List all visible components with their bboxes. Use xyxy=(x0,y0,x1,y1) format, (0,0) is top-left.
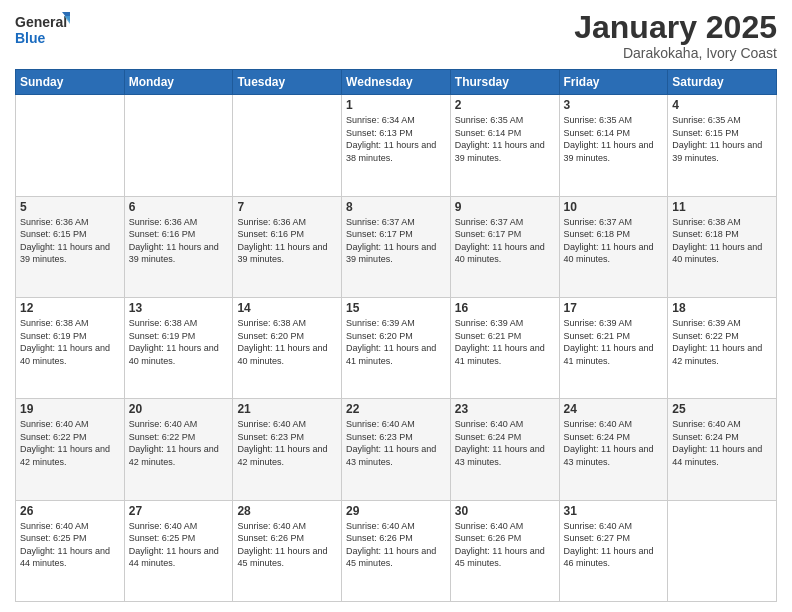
calendar-cell: 24Sunrise: 6:40 AM Sunset: 6:24 PM Dayli… xyxy=(559,399,668,500)
day-info: Sunrise: 6:40 AM Sunset: 6:26 PM Dayligh… xyxy=(346,520,446,570)
day-number: 18 xyxy=(672,301,772,315)
calendar-cell: 17Sunrise: 6:39 AM Sunset: 6:21 PM Dayli… xyxy=(559,297,668,398)
day-number: 12 xyxy=(20,301,120,315)
day-number: 11 xyxy=(672,200,772,214)
calendar-cell: 30Sunrise: 6:40 AM Sunset: 6:26 PM Dayli… xyxy=(450,500,559,601)
day-info: Sunrise: 6:36 AM Sunset: 6:16 PM Dayligh… xyxy=(129,216,229,266)
day-info: Sunrise: 6:40 AM Sunset: 6:22 PM Dayligh… xyxy=(129,418,229,468)
day-number: 28 xyxy=(237,504,337,518)
day-info: Sunrise: 6:40 AM Sunset: 6:24 PM Dayligh… xyxy=(455,418,555,468)
calendar-cell xyxy=(124,95,233,196)
day-info: Sunrise: 6:40 AM Sunset: 6:26 PM Dayligh… xyxy=(455,520,555,570)
day-number: 13 xyxy=(129,301,229,315)
day-number: 10 xyxy=(564,200,664,214)
calendar-cell: 1Sunrise: 6:34 AM Sunset: 6:13 PM Daylig… xyxy=(342,95,451,196)
calendar-cell xyxy=(233,95,342,196)
day-info: Sunrise: 6:35 AM Sunset: 6:14 PM Dayligh… xyxy=(455,114,555,164)
calendar-cell: 11Sunrise: 6:38 AM Sunset: 6:18 PM Dayli… xyxy=(668,196,777,297)
day-number: 30 xyxy=(455,504,555,518)
location: Darakokaha, Ivory Coast xyxy=(574,45,777,61)
calendar-cell: 23Sunrise: 6:40 AM Sunset: 6:24 PM Dayli… xyxy=(450,399,559,500)
calendar-cell xyxy=(668,500,777,601)
calendar-table: SundayMondayTuesdayWednesdayThursdayFrid… xyxy=(15,69,777,602)
calendar-cell: 15Sunrise: 6:39 AM Sunset: 6:20 PM Dayli… xyxy=(342,297,451,398)
day-number: 31 xyxy=(564,504,664,518)
calendar-cell: 29Sunrise: 6:40 AM Sunset: 6:26 PM Dayli… xyxy=(342,500,451,601)
day-number: 5 xyxy=(20,200,120,214)
header-tuesday: Tuesday xyxy=(233,70,342,95)
day-number: 29 xyxy=(346,504,446,518)
calendar-cell: 3Sunrise: 6:35 AM Sunset: 6:14 PM Daylig… xyxy=(559,95,668,196)
header-wednesday: Wednesday xyxy=(342,70,451,95)
day-info: Sunrise: 6:36 AM Sunset: 6:16 PM Dayligh… xyxy=(237,216,337,266)
day-number: 3 xyxy=(564,98,664,112)
header-sunday: Sunday xyxy=(16,70,125,95)
logo: General Blue xyxy=(15,10,70,48)
week-row-2: 12Sunrise: 6:38 AM Sunset: 6:19 PM Dayli… xyxy=(16,297,777,398)
calendar-cell: 28Sunrise: 6:40 AM Sunset: 6:26 PM Dayli… xyxy=(233,500,342,601)
title-block: January 2025 Darakokaha, Ivory Coast xyxy=(574,10,777,61)
day-info: Sunrise: 6:40 AM Sunset: 6:26 PM Dayligh… xyxy=(237,520,337,570)
day-info: Sunrise: 6:37 AM Sunset: 6:17 PM Dayligh… xyxy=(346,216,446,266)
day-info: Sunrise: 6:38 AM Sunset: 6:19 PM Dayligh… xyxy=(129,317,229,367)
calendar-cell: 6Sunrise: 6:36 AM Sunset: 6:16 PM Daylig… xyxy=(124,196,233,297)
day-info: Sunrise: 6:38 AM Sunset: 6:19 PM Dayligh… xyxy=(20,317,120,367)
week-row-1: 5Sunrise: 6:36 AM Sunset: 6:15 PM Daylig… xyxy=(16,196,777,297)
day-info: Sunrise: 6:40 AM Sunset: 6:27 PM Dayligh… xyxy=(564,520,664,570)
day-info: Sunrise: 6:37 AM Sunset: 6:18 PM Dayligh… xyxy=(564,216,664,266)
day-info: Sunrise: 6:35 AM Sunset: 6:14 PM Dayligh… xyxy=(564,114,664,164)
calendar-header-row: SundayMondayTuesdayWednesdayThursdayFrid… xyxy=(16,70,777,95)
day-info: Sunrise: 6:39 AM Sunset: 6:21 PM Dayligh… xyxy=(455,317,555,367)
day-info: Sunrise: 6:40 AM Sunset: 6:22 PM Dayligh… xyxy=(20,418,120,468)
calendar-cell: 4Sunrise: 6:35 AM Sunset: 6:15 PM Daylig… xyxy=(668,95,777,196)
day-info: Sunrise: 6:40 AM Sunset: 6:25 PM Dayligh… xyxy=(129,520,229,570)
day-info: Sunrise: 6:39 AM Sunset: 6:21 PM Dayligh… xyxy=(564,317,664,367)
day-info: Sunrise: 6:40 AM Sunset: 6:25 PM Dayligh… xyxy=(20,520,120,570)
day-info: Sunrise: 6:34 AM Sunset: 6:13 PM Dayligh… xyxy=(346,114,446,164)
calendar-cell: 25Sunrise: 6:40 AM Sunset: 6:24 PM Dayli… xyxy=(668,399,777,500)
calendar-cell: 14Sunrise: 6:38 AM Sunset: 6:20 PM Dayli… xyxy=(233,297,342,398)
day-number: 26 xyxy=(20,504,120,518)
day-info: Sunrise: 6:39 AM Sunset: 6:22 PM Dayligh… xyxy=(672,317,772,367)
calendar-cell: 5Sunrise: 6:36 AM Sunset: 6:15 PM Daylig… xyxy=(16,196,125,297)
calendar-cell: 18Sunrise: 6:39 AM Sunset: 6:22 PM Dayli… xyxy=(668,297,777,398)
calendar-cell: 21Sunrise: 6:40 AM Sunset: 6:23 PM Dayli… xyxy=(233,399,342,500)
calendar-cell: 7Sunrise: 6:36 AM Sunset: 6:16 PM Daylig… xyxy=(233,196,342,297)
header-thursday: Thursday xyxy=(450,70,559,95)
day-number: 14 xyxy=(237,301,337,315)
day-number: 19 xyxy=(20,402,120,416)
day-info: Sunrise: 6:40 AM Sunset: 6:23 PM Dayligh… xyxy=(346,418,446,468)
day-info: Sunrise: 6:38 AM Sunset: 6:18 PM Dayligh… xyxy=(672,216,772,266)
calendar-cell: 12Sunrise: 6:38 AM Sunset: 6:19 PM Dayli… xyxy=(16,297,125,398)
day-number: 20 xyxy=(129,402,229,416)
day-number: 24 xyxy=(564,402,664,416)
calendar-cell: 2Sunrise: 6:35 AM Sunset: 6:14 PM Daylig… xyxy=(450,95,559,196)
day-number: 17 xyxy=(564,301,664,315)
day-number: 21 xyxy=(237,402,337,416)
day-info: Sunrise: 6:38 AM Sunset: 6:20 PM Dayligh… xyxy=(237,317,337,367)
calendar-cell: 16Sunrise: 6:39 AM Sunset: 6:21 PM Dayli… xyxy=(450,297,559,398)
day-info: Sunrise: 6:40 AM Sunset: 6:23 PM Dayligh… xyxy=(237,418,337,468)
day-info: Sunrise: 6:40 AM Sunset: 6:24 PM Dayligh… xyxy=(672,418,772,468)
page: General Blue January 2025 Darakokaha, Iv… xyxy=(0,0,792,612)
day-number: 8 xyxy=(346,200,446,214)
day-number: 2 xyxy=(455,98,555,112)
header-saturday: Saturday xyxy=(668,70,777,95)
day-number: 27 xyxy=(129,504,229,518)
header-monday: Monday xyxy=(124,70,233,95)
calendar-cell: 27Sunrise: 6:40 AM Sunset: 6:25 PM Dayli… xyxy=(124,500,233,601)
header-friday: Friday xyxy=(559,70,668,95)
day-number: 9 xyxy=(455,200,555,214)
calendar-cell: 8Sunrise: 6:37 AM Sunset: 6:17 PM Daylig… xyxy=(342,196,451,297)
calendar-cell: 9Sunrise: 6:37 AM Sunset: 6:17 PM Daylig… xyxy=(450,196,559,297)
day-number: 1 xyxy=(346,98,446,112)
calendar-cell: 22Sunrise: 6:40 AM Sunset: 6:23 PM Dayli… xyxy=(342,399,451,500)
day-number: 22 xyxy=(346,402,446,416)
calendar-cell: 20Sunrise: 6:40 AM Sunset: 6:22 PM Dayli… xyxy=(124,399,233,500)
day-number: 6 xyxy=(129,200,229,214)
day-info: Sunrise: 6:37 AM Sunset: 6:17 PM Dayligh… xyxy=(455,216,555,266)
calendar-cell: 31Sunrise: 6:40 AM Sunset: 6:27 PM Dayli… xyxy=(559,500,668,601)
day-number: 7 xyxy=(237,200,337,214)
day-number: 4 xyxy=(672,98,772,112)
month-title: January 2025 xyxy=(574,10,777,45)
